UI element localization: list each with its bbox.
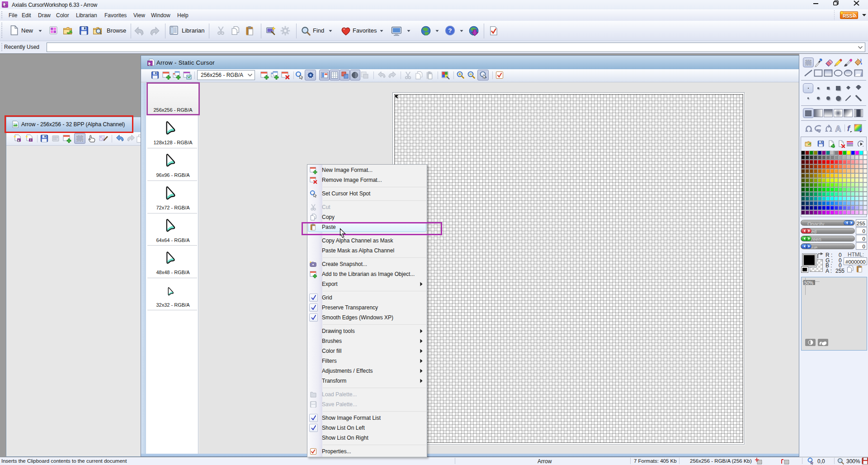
svg-text:f: f bbox=[847, 124, 851, 133]
svg-text:?: ? bbox=[448, 27, 452, 34]
svg-text:A: A bbox=[835, 124, 841, 133]
